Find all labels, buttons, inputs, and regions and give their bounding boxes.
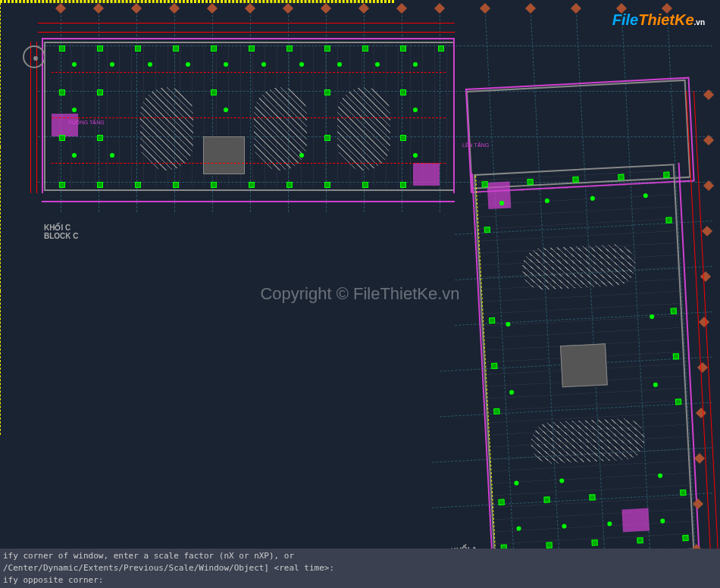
column [400, 89, 406, 95]
grid-marker [283, 3, 293, 14]
sprinkler [186, 62, 190, 67]
stair [487, 182, 512, 210]
block-c-label: KHỐI C BLOCK C [44, 224, 79, 240]
column [589, 494, 595, 500]
boundary [42, 192, 455, 202]
pipe [52, 72, 446, 73]
sprinkler [413, 153, 418, 158]
sprinkler [375, 62, 380, 67]
column [680, 489, 686, 496]
column [173, 182, 179, 188]
sprinkler [261, 62, 266, 67]
sprinkler [72, 108, 77, 112]
wall [44, 42, 45, 191]
column [211, 89, 217, 95]
column [324, 135, 330, 141]
sprinkler [299, 62, 304, 67]
column [97, 45, 103, 52]
column [484, 227, 490, 233]
column [97, 89, 103, 95]
wall [44, 42, 453, 43]
ramp [254, 87, 307, 170]
grid-marker [699, 317, 709, 327]
ramp [521, 243, 637, 291]
grid-marker [245, 3, 255, 14]
grid-marker [131, 3, 142, 14]
column [135, 182, 141, 188]
sprinkler [224, 62, 228, 67]
column [493, 408, 499, 414]
grid-marker [396, 3, 407, 14]
grid-marker [434, 3, 445, 14]
grid-marker [207, 3, 218, 14]
column [324, 45, 330, 52]
grid-marker [321, 3, 331, 14]
column [591, 540, 597, 546]
pipe [52, 163, 446, 164]
column [675, 399, 681, 405]
grid-marker [55, 3, 66, 14]
autocad-canvas[interactable]: KHỐI C BLOCK C KHỐI A BLOCK A XUỐNG TẦNG… [0, 0, 720, 588]
sprinkler [413, 108, 418, 112]
grid-marker [358, 3, 369, 14]
grid-marker [702, 226, 712, 236]
column [59, 135, 65, 141]
column [673, 353, 679, 359]
ramp [530, 418, 646, 465]
grid-marker [696, 408, 706, 418]
column [59, 45, 65, 52]
column [97, 135, 103, 141]
sprinkler [72, 62, 77, 67]
column [135, 45, 141, 52]
column [249, 182, 255, 188]
column [438, 45, 444, 52]
cmd-prompt: ify opposite corner: [3, 574, 717, 586]
column [59, 89, 65, 95]
column [618, 174, 624, 180]
column [211, 182, 217, 188]
command-line[interactable]: ify corner of window, enter a scale fact… [0, 549, 720, 588]
column [362, 182, 368, 188]
column [324, 89, 330, 95]
column [491, 363, 497, 369]
sprinkler [224, 108, 228, 112]
column [489, 317, 495, 324]
grid-marker [525, 3, 536, 14]
pipe [52, 117, 446, 118]
wall [453, 42, 455, 191]
grid-marker [694, 453, 705, 464]
column [400, 182, 406, 188]
grid-marker [169, 3, 180, 14]
column [637, 537, 643, 543]
column [97, 182, 103, 188]
elevator-core [203, 136, 245, 174]
dimension-line [38, 23, 455, 23]
column [572, 177, 578, 183]
sprinkler [110, 62, 114, 67]
ramp [140, 87, 193, 170]
column [324, 182, 330, 188]
stair [413, 163, 440, 186]
column [173, 45, 179, 52]
elevator-core [560, 343, 608, 387]
column [665, 217, 671, 223]
stair [621, 508, 650, 533]
column [482, 181, 488, 187]
ramp-label: LÊN TẦNG [462, 142, 489, 149]
column [546, 542, 553, 548]
grid-marker [697, 362, 708, 373]
block-a-main [474, 164, 694, 560]
pipe [0, 2, 394, 3]
sprinkler [110, 153, 114, 158]
grid-marker [571, 3, 581, 14]
column [286, 45, 293, 52]
column [59, 182, 65, 188]
column [682, 535, 688, 541]
column [671, 308, 677, 314]
dimension-line [38, 32, 455, 33]
pipe [0, 147, 1, 291]
ramp-label: XUỐNG TẦNG [68, 120, 105, 126]
wall [44, 189, 453, 191]
watermark-logo: FileThietKe.vn [612, 11, 705, 29]
sprinkler [72, 153, 77, 158]
